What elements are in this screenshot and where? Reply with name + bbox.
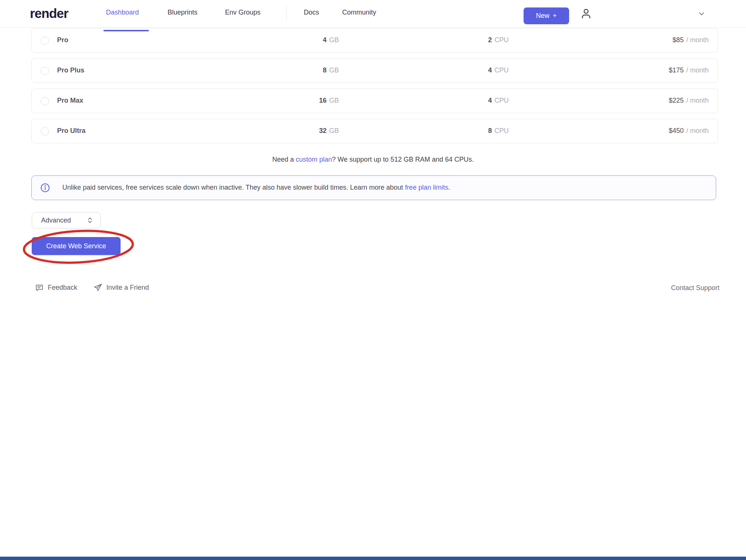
plus-icon: + <box>553 12 557 20</box>
plan-cpu: 4CPU <box>488 89 509 112</box>
plan-ram: 4GB <box>323 28 339 52</box>
paper-plane-icon <box>93 283 103 292</box>
contact-support-link[interactable]: Contact Support <box>671 283 720 293</box>
nav-tab-env-groups[interactable]: Env Groups <box>225 9 260 16</box>
free-plan-info-banner: Unlike paid services, free services scal… <box>31 175 716 200</box>
create-web-service-label: Create Web Service <box>46 242 106 250</box>
plan-ram: 16GB <box>319 89 339 112</box>
render-logo: render <box>30 6 68 21</box>
custom-plan-prefix: Need a <box>272 156 296 163</box>
advanced-toggle[interactable]: Advanced <box>32 212 101 228</box>
plan-price: $85/ month <box>672 28 709 52</box>
invite-friend-label: Invite a Friend <box>106 284 149 292</box>
plan-price: $175/ month <box>669 59 709 82</box>
feedback-link[interactable]: Feedback <box>35 283 77 292</box>
plan-radio-pro-ultra[interactable] <box>41 127 49 136</box>
plan-radio-pro-plus[interactable] <box>41 67 49 75</box>
nav-link-docs[interactable]: Docs <box>304 9 319 16</box>
top-navigation-bar: render Dashboard Blueprints Env Groups D… <box>0 0 746 28</box>
banner-text-after: . <box>448 184 450 191</box>
plan-name: Pro Max <box>57 89 83 112</box>
nav-divider <box>286 6 287 21</box>
plan-row-pro-max[interactable]: Pro Max 16GB 4CPU $225/ month <box>31 88 718 113</box>
plan-radio-pro[interactable] <box>41 37 49 45</box>
custom-plan-note: Need a custom plan? We support up to 512… <box>0 156 746 164</box>
plan-name: Pro <box>57 28 68 52</box>
free-plan-limits-link[interactable]: free plan limits <box>405 184 448 191</box>
nav-tab-dashboard[interactable]: Dashboard <box>106 9 139 16</box>
banner-text: Unlike paid services, free services scal… <box>62 176 450 199</box>
plan-cpu: 4CPU <box>488 59 509 82</box>
custom-plan-link[interactable]: custom plan <box>296 156 332 163</box>
plan-row-pro[interactable]: Pro 4GB 2CPU $85/ month <box>31 28 718 53</box>
advanced-label: Advanced <box>41 217 71 224</box>
plan-price: $225/ month <box>669 89 709 112</box>
chevron-down-icon[interactable] <box>696 10 707 19</box>
bottom-bar <box>0 557 746 560</box>
unfold-icon <box>86 216 94 224</box>
chat-bubble-icon <box>35 283 44 292</box>
plan-name: Pro Ultra <box>57 119 85 142</box>
active-tab-underline <box>103 30 149 31</box>
new-button[interactable]: New + <box>524 7 569 24</box>
plan-ram: 32GB <box>319 119 339 142</box>
plan-row-pro-ultra[interactable]: Pro Ultra 32GB 8CPU $450/ month <box>31 119 718 143</box>
plan-cpu: 8CPU <box>488 119 509 142</box>
plan-name: Pro Plus <box>57 59 84 82</box>
plan-price: $450/ month <box>669 119 709 142</box>
invite-friend-link[interactable]: Invite a Friend <box>93 283 149 292</box>
nav-link-community[interactable]: Community <box>342 9 376 16</box>
plan-cpu: 2CPU <box>488 28 509 52</box>
render-dashboard-page: render Dashboard Blueprints Env Groups D… <box>0 0 746 560</box>
user-icon[interactable] <box>579 7 593 22</box>
info-icon <box>40 183 50 195</box>
plan-radio-pro-max[interactable] <box>41 97 49 105</box>
custom-plan-suffix: ? We support up to 512 GB RAM and 64 CPU… <box>332 156 474 163</box>
banner-text-before: Unlike paid services, free services scal… <box>62 184 405 191</box>
new-button-label: New <box>536 12 549 20</box>
create-web-service-button[interactable]: Create Web Service <box>32 237 121 255</box>
plan-ram: 8GB <box>323 59 339 82</box>
feedback-label: Feedback <box>48 284 77 292</box>
plan-row-pro-plus[interactable]: Pro Plus 8GB 4CPU $175/ month <box>31 58 718 83</box>
nav-tab-blueprints[interactable]: Blueprints <box>168 9 197 16</box>
